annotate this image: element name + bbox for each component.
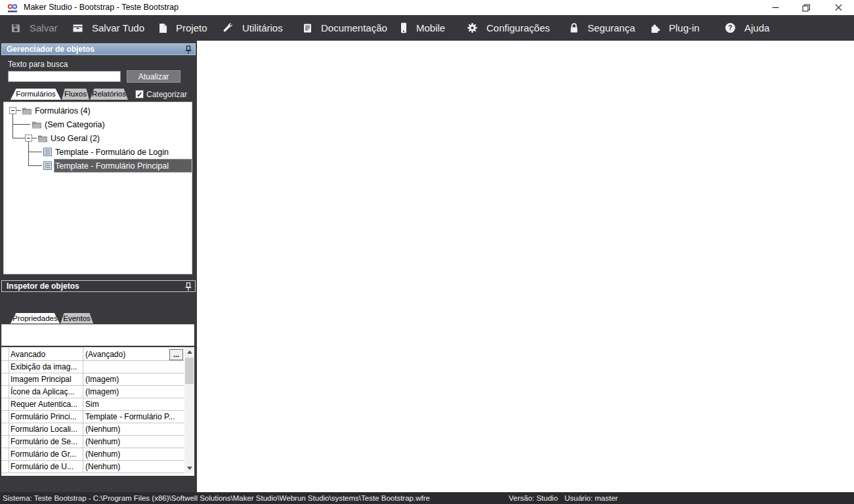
property-row: Avancado (Avançado) ... xyxy=(1,348,184,361)
property-name: Formulário de Gr... xyxy=(11,448,81,461)
refresh-button[interactable]: Atualizar xyxy=(127,70,181,83)
left-panel: Gerenciador de objetos Texto para busca … xyxy=(0,41,197,492)
property-row: Formulário Locali... (Nenhum) xyxy=(1,423,184,436)
close-icon xyxy=(835,4,842,11)
status-version: Versão: Studio xyxy=(509,492,558,504)
scrollbar-thumb[interactable] xyxy=(185,358,194,384)
pin-icon[interactable] xyxy=(184,282,192,291)
toolbar-item-seguranca[interactable]: Segurança xyxy=(569,15,635,41)
window-title: Maker Studio - Bootstrap - Teste Bootstr… xyxy=(24,0,179,15)
search-label: Texto para busca xyxy=(8,60,68,69)
tree-line xyxy=(12,124,30,125)
tab-label: Propriedades xyxy=(12,314,57,322)
project-icon xyxy=(158,23,167,33)
expander-collapse-icon[interactable] xyxy=(9,107,16,114)
tree-item-uso-geral[interactable]: Uso Geral (2) xyxy=(37,131,100,145)
tab-relatorios[interactable]: Relatórios xyxy=(90,89,128,100)
toolbar-item-plugin[interactable]: Plug-in xyxy=(649,15,700,41)
property-name: Formulário Princi... xyxy=(11,411,81,423)
pin-icon[interactable] xyxy=(184,45,192,54)
object-manager-title: Gerenciador de objetos xyxy=(7,45,95,54)
tree-item-sem-categoria[interactable]: (Sem Categoria) xyxy=(32,117,105,131)
toolbar-item-salvar-tudo[interactable]: Salvar Tudo xyxy=(72,15,144,41)
main-toolbar: Salvar Salvar Tudo Projeto Utilitários xyxy=(0,15,854,41)
toolbar-item-mobile[interactable]: Mobile xyxy=(400,15,445,41)
tree-line xyxy=(12,114,13,138)
save-all-icon xyxy=(72,23,83,33)
property-row: Formulário de Se... (Nenhum) xyxy=(1,436,184,448)
toolbar-item-configuracoes[interactable]: Configurações xyxy=(467,15,550,41)
save-icon xyxy=(11,23,21,33)
tab-eventos[interactable]: Eventos xyxy=(60,313,93,324)
folder-icon xyxy=(22,107,32,115)
search-input[interactable] xyxy=(8,71,121,82)
property-row: Formulário de Gr... (Nenhum) xyxy=(1,448,184,461)
lock-icon xyxy=(569,22,579,33)
tab-label: Eventos xyxy=(63,314,91,322)
tree-item-formularios[interactable]: Formulários (4) xyxy=(22,104,91,117)
tree-line xyxy=(12,138,25,138)
inspector-object-selector[interactable] xyxy=(1,324,194,346)
property-row: Exibição da imag... xyxy=(1,361,184,373)
categorize-label: Categorizar xyxy=(146,90,187,99)
minimize-button[interactable] xyxy=(760,0,790,15)
title-bar: Maker Studio - Bootstrap - Teste Bootstr… xyxy=(0,0,854,15)
property-row: Ícone da Aplicaç... (Imagem) xyxy=(1,386,184,398)
property-value[interactable]: (Nenhum) xyxy=(85,461,184,473)
gear-icon xyxy=(467,22,478,33)
restore-button[interactable] xyxy=(791,0,821,15)
scroll-up-button[interactable] xyxy=(184,347,194,357)
toolbar-item-label: Ajuda xyxy=(744,22,769,33)
toolbar-item-label: Projeto xyxy=(176,22,207,33)
tree-item-label: Template - Formulário Principal xyxy=(55,161,169,171)
tab-fluxos[interactable]: Fluxos xyxy=(62,89,89,100)
form-icon xyxy=(43,148,52,156)
toolbar-item-label: Plug-in xyxy=(669,22,700,33)
mobile-icon xyxy=(400,22,408,33)
help-icon: ? xyxy=(725,22,736,33)
tree-item-label: (Sem Categoria) xyxy=(45,120,105,129)
toolbar-item-ajuda[interactable]: ? Ajuda xyxy=(725,15,769,41)
tree-item-label: Template - Formulário de Login xyxy=(55,148,169,157)
restore-icon xyxy=(802,4,810,12)
tab-propriedades[interactable]: Propriedades xyxy=(11,313,60,324)
scroll-down-button[interactable] xyxy=(184,463,194,473)
property-value[interactable]: Template - Formulário P... xyxy=(85,411,184,423)
tree-line xyxy=(28,152,42,152)
property-value[interactable]: (Nenhum) xyxy=(85,436,184,448)
plugin-icon xyxy=(649,23,660,33)
tree-item-label: Uso Geral (2) xyxy=(51,134,100,143)
expander-collapse-icon[interactable] xyxy=(25,135,32,142)
toolbar-item-label: Salvar xyxy=(30,22,58,33)
tab-formularios[interactable]: Formulários xyxy=(11,89,61,100)
advanced-editor-button[interactable]: ... xyxy=(169,349,183,360)
property-value[interactable]: Sim xyxy=(85,398,184,411)
property-value[interactable]: (Nenhum) xyxy=(85,448,184,461)
categorize-checkbox[interactable]: ✓ xyxy=(135,90,144,98)
folder-icon xyxy=(32,121,42,129)
object-inspector-title: Inspetor de objetos xyxy=(7,282,79,291)
triangle-up-icon xyxy=(187,350,192,354)
toolbar-item-documentacao[interactable]: Documentação xyxy=(303,15,387,41)
tree-item-template-principal[interactable]: Template - Formulário Principal xyxy=(43,159,169,173)
property-value[interactable]: (Imagem) xyxy=(85,386,184,398)
property-name: Formulário Locali... xyxy=(11,423,81,436)
property-name: Formulário de Se... xyxy=(11,436,81,448)
tree-line xyxy=(32,138,37,138)
property-name: Formulário de U... xyxy=(11,461,81,473)
triangle-down-icon xyxy=(187,467,192,470)
property-value[interactable]: (Imagem) xyxy=(85,373,184,386)
toolbar-item-salvar[interactable]: Salvar xyxy=(11,15,58,41)
toolbar-item-label: Utilitários xyxy=(242,22,283,33)
close-button[interactable] xyxy=(823,0,853,15)
property-value[interactable]: (Nenhum) xyxy=(85,423,184,436)
property-value[interactable] xyxy=(85,361,184,373)
tree-line xyxy=(28,142,29,166)
toolbar-item-projeto[interactable]: Projeto xyxy=(158,15,207,41)
tree-item-template-login[interactable]: Template - Formulário de Login xyxy=(43,145,169,159)
toolbar-item-label: Salvar Tudo xyxy=(92,22,144,33)
property-row: Formulário de U... (Nenhum) xyxy=(1,461,184,473)
property-grid-scrollbar[interactable] xyxy=(184,347,194,473)
toolbar-item-utilitarios[interactable]: Utilitários xyxy=(223,15,283,41)
toolbar-item-label: Documentação xyxy=(321,22,387,33)
